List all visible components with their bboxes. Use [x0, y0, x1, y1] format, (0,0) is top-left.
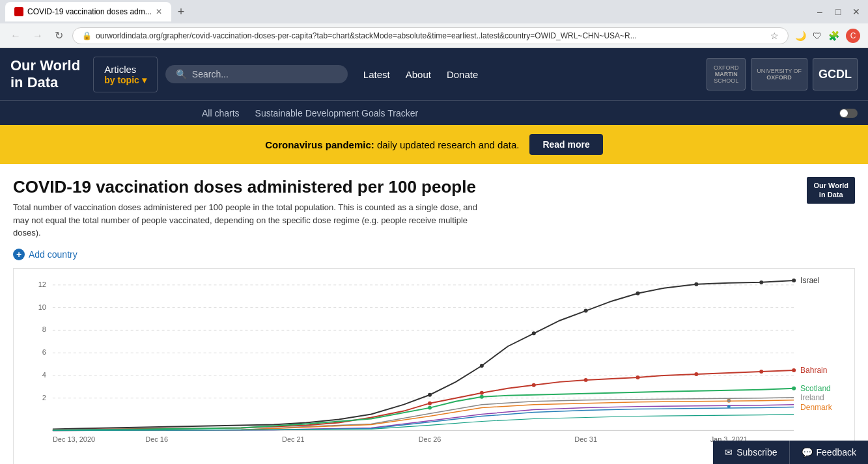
tab-bar: COVID-19 vaccination doses adm... ✕ +: [5, 2, 188, 21]
nav-latest[interactable]: Latest: [363, 69, 390, 80]
nav-about[interactable]: About: [406, 69, 431, 80]
site-logo[interactable]: Our World in Data: [10, 48, 93, 100]
banner-rest-text: daily updated research and data.: [377, 139, 520, 150]
svg-point-33: [694, 372, 698, 375]
dropdown-arrow-icon: ▾: [142, 75, 147, 85]
browser-chrome: COVID-19 vaccination doses adm... ✕ + – …: [0, 0, 868, 23]
gcdl-logo: GCDL: [813, 58, 858, 90]
chart-svg: 12 10 8 6 4 2 Dec 13, 2020 Dec 16 Dec 21…: [14, 269, 854, 465]
tab-close-button[interactable]: ✕: [156, 7, 162, 16]
logo-line2: in Data: [10, 74, 80, 91]
svg-point-25: [759, 280, 763, 284]
puzzle-icon[interactable]: 🧩: [828, 31, 839, 41]
close-window-button[interactable]: ✕: [850, 5, 863, 18]
search-bar[interactable]: 🔍 Search...: [165, 65, 348, 83]
articles-dropdown[interactable]: Articles by topic ▾: [93, 57, 158, 92]
banner-text: Coronavirus pandemic: daily updated rese…: [265, 139, 519, 150]
tab-title: COVID-19 vaccination doses adm...: [27, 7, 152, 16]
svg-text:Dec 21: Dec 21: [282, 435, 305, 443]
feedback-button[interactable]: 💬 Feedback: [789, 441, 868, 464]
address-bar: ← → ↻ 🔒 ourworldindata.org/grapher/covid…: [0, 23, 868, 48]
coronavirus-banner: Coronavirus pandemic: daily updated rese…: [0, 125, 868, 164]
read-more-button[interactable]: Read more: [529, 134, 602, 155]
svg-text:Ireland: Ireland: [800, 392, 824, 402]
svg-point-21: [532, 331, 536, 335]
svg-point-20: [480, 364, 484, 368]
new-tab-button[interactable]: +: [174, 4, 189, 20]
banner-bold-text: Coronavirus pandemic:: [265, 139, 374, 150]
svg-text:Dec 13, 2020: Dec 13, 2020: [53, 435, 95, 443]
svg-point-22: [584, 308, 588, 312]
svg-point-28: [428, 401, 432, 405]
svg-point-31: [584, 377, 588, 381]
bottom-bar: ✉ Subscribe 💬 Feedback: [713, 441, 868, 464]
subscribe-button[interactable]: ✉ Subscribe: [713, 441, 789, 464]
add-icon: +: [13, 249, 25, 260]
articles-main-label: Articles: [104, 64, 136, 75]
svg-text:10: 10: [38, 303, 46, 310]
svg-text:4: 4: [42, 370, 46, 378]
night-mode-icon[interactable]: 🌙: [795, 31, 806, 41]
oxford-martin-logo: OXFORD MARTIN SCHOOL: [707, 58, 746, 90]
url-text: ourworldindata.org/grapher/covid-vaccina…: [96, 31, 766, 40]
browser-toolbar-icons: 🌙 🛡 🧩 C: [795, 29, 860, 43]
svg-text:Dec 26: Dec 26: [419, 435, 441, 443]
header-nav: Articles by topic ▾ 🔍 Search... Latest A…: [93, 48, 707, 100]
oxford-university-logo: UNIVERSITY OF OXFORD: [751, 58, 807, 90]
lock-icon: 🔒: [82, 31, 92, 40]
chat-icon: 💬: [802, 447, 813, 457]
nav-links: Latest About Donate: [363, 69, 478, 80]
articles-sub-label: by topic ▾: [104, 75, 147, 85]
svg-text:12: 12: [38, 280, 46, 288]
svg-point-24: [694, 282, 698, 286]
maximize-button[interactable]: □: [832, 5, 845, 18]
sub-nav: All charts Sustainable Development Goals…: [0, 100, 868, 125]
partner-logos: OXFORD MARTIN SCHOOL UNIVERSITY OF OXFOR…: [707, 48, 858, 100]
subnav-all-charts[interactable]: All charts: [202, 108, 240, 118]
subnav-sdg-tracker[interactable]: Sustainable Development Goals Tracker: [255, 108, 419, 118]
dark-mode-toggle[interactable]: [839, 109, 858, 118]
logo-line1: Our World: [10, 57, 80, 74]
profile-icon[interactable]: C: [846, 29, 860, 43]
forward-button[interactable]: →: [30, 29, 46, 43]
svg-point-38: [480, 394, 484, 398]
chart-title: COVID-19 vaccination doses administered …: [13, 177, 855, 197]
svg-text:Denmark: Denmark: [800, 402, 832, 411]
svg-point-23: [636, 291, 640, 295]
active-tab[interactable]: COVID-19 vaccination doses adm... ✕: [5, 2, 171, 21]
svg-text:6: 6: [42, 348, 46, 356]
svg-point-39: [792, 386, 796, 390]
svg-point-19: [428, 392, 432, 396]
site-header: Our World in Data Articles by topic ▾ 🔍 …: [0, 48, 868, 100]
email-icon: ✉: [725, 447, 733, 457]
svg-point-44: [727, 399, 731, 402]
chart-area: 12 10 8 6 4 2 Dec 13, 2020 Dec 16 Dec 21…: [13, 268, 855, 465]
url-action-icons: ☆: [770, 31, 779, 41]
svg-point-34: [759, 369, 763, 373]
svg-text:Dec 31: Dec 31: [574, 435, 597, 443]
svg-point-29: [480, 390, 484, 394]
svg-point-35: [792, 368, 796, 372]
svg-text:Scotland: Scotland: [800, 383, 831, 392]
main-content: Our World in Data COVID-19 vaccination d…: [0, 164, 868, 464]
svg-point-32: [636, 375, 640, 379]
svg-text:2: 2: [42, 393, 46, 401]
toggle-dot: [840, 109, 848, 117]
owid-watermark: Our World in Data: [807, 177, 855, 204]
search-input[interactable]: Search...: [192, 69, 229, 79]
window-controls: – □ ✕: [813, 5, 863, 18]
url-bar[interactable]: 🔒 ourworldindata.org/grapher/covid-vacci…: [72, 27, 789, 44]
refresh-button[interactable]: ↻: [52, 28, 66, 43]
add-country-button[interactable]: + Add country: [13, 249, 855, 260]
minimize-button[interactable]: –: [813, 5, 826, 18]
svg-text:Bahrain: Bahrain: [800, 365, 827, 374]
svg-text:Dec 16: Dec 16: [145, 435, 168, 443]
bookmark-icon[interactable]: ☆: [770, 31, 779, 41]
back-button[interactable]: ←: [8, 29, 23, 43]
svg-point-37: [428, 405, 432, 409]
toggle-switch[interactable]: [839, 109, 858, 118]
shield-icon[interactable]: 🛡: [813, 31, 822, 41]
svg-point-30: [532, 383, 536, 387]
tab-favicon: [14, 7, 23, 16]
nav-donate[interactable]: Donate: [447, 69, 478, 80]
